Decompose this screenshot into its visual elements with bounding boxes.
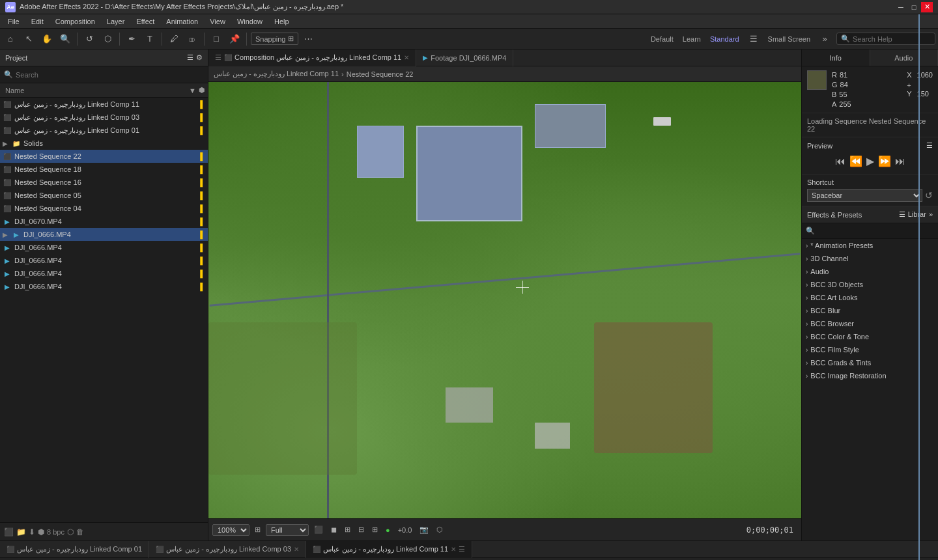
effects-menu[interactable]: ☰ <box>899 210 905 219</box>
workspace-default[interactable]: Default <box>648 35 676 43</box>
project-item[interactable]: ▶ DJI_0666.MP4 ▌ <box>0 280 208 293</box>
effects-category[interactable]: › BCC Image Restoration <box>802 369 938 382</box>
effects-category[interactable]: › Audio <box>802 265 938 278</box>
workspace-learn[interactable]: Learn <box>680 35 704 43</box>
color-settings-icon[interactable]: ⬡ <box>67 527 74 537</box>
import-icon[interactable]: ⬇ <box>29 527 35 537</box>
play-next-frame-btn[interactable]: ⏩ <box>878 155 891 167</box>
project-item-selected[interactable]: ⬛ Nested Sequence 22 ▌ <box>0 150 208 163</box>
project-item[interactable]: ▶ DJI_0666.MP4 ▌ <box>0 267 208 280</box>
clone-tool[interactable]: ⎄ <box>184 31 200 47</box>
effects-category[interactable]: › BCC Blur <box>802 304 938 317</box>
effects-category[interactable]: › BCC Color & Tone <box>802 330 938 343</box>
snapping-toggle[interactable]: Snapping ⊞ <box>251 33 298 45</box>
timeline-tab-3[interactable]: ⬛ رودبارچیره - زمین عباس Linked Comp 11 … <box>306 541 472 558</box>
hand-tool[interactable]: ✋ <box>39 31 55 47</box>
toggle-grid[interactable]: ⊟ <box>356 524 367 535</box>
tab-close[interactable]: ✕ <box>451 546 456 553</box>
more-workspaces[interactable]: » <box>817 31 832 47</box>
project-item[interactable]: ▶ 📁 Solids <box>0 137 208 150</box>
effects-category[interactable]: › BCC 3D Objects <box>802 278 938 291</box>
new-comp-icon[interactable]: ⬛ <box>4 527 14 537</box>
take-snapshot[interactable]: 📷 <box>417 524 431 535</box>
skip-to-start-btn[interactable]: ⏮ <box>835 156 846 167</box>
shortcut-select[interactable]: Spacebar 0 (Numpad) <box>807 189 922 202</box>
rotate-tool[interactable]: ↺ <box>81 31 97 47</box>
timeline-tab-1[interactable]: ⬛ رودبارچیره - زمین عباس Linked Comp 01 <box>0 541 149 558</box>
shape-tool[interactable]: □ <box>208 31 224 47</box>
effects-category[interactable]: › BCC Grads & Tints <box>802 356 938 369</box>
tab-menu[interactable]: ☰ <box>459 545 465 553</box>
timeline-tab-2[interactable]: ⬛ رودبارچیره - زمین عباس Linked Comp 03 … <box>149 541 306 558</box>
tab-info[interactable]: Info <box>802 49 870 66</box>
fit-width-btn[interactable]: ⊞ <box>252 524 263 535</box>
project-item[interactable]: ⬛ رودبارچیره - زمین عباس Linked Comp 01 … <box>0 124 208 137</box>
menu-file[interactable]: File <box>3 16 25 27</box>
project-item-selected[interactable]: ▶ ▶ DJI_0666.MP4 ▌ <box>0 228 208 241</box>
tab-close[interactable]: ✕ <box>294 546 299 553</box>
menu-window[interactable]: Window <box>232 16 268 27</box>
effects-category[interactable]: › 3D Channel <box>802 252 938 265</box>
menu-edit[interactable]: Edit <box>26 16 49 27</box>
expand-arrow[interactable]: ▶ <box>3 231 8 238</box>
project-item[interactable]: ⬛ Nested Sequence 05 ▌ <box>0 189 208 202</box>
project-item[interactable]: ▶ DJI_0670.MP4 ▌ <box>0 215 208 228</box>
menu-effect[interactable]: Effect <box>131 16 160 27</box>
effects-category[interactable]: › BCC Film Style <box>802 343 938 356</box>
menu-help[interactable]: Help <box>269 16 294 27</box>
project-item[interactable]: ⬛ Nested Sequence 18 ▌ <box>0 163 208 176</box>
brush-tool[interactable]: 🖊 <box>166 31 182 47</box>
text-tool[interactable]: T <box>142 31 158 47</box>
select-tool[interactable]: ↖ <box>21 31 36 47</box>
folder-arrow[interactable]: ▶ <box>3 140 8 147</box>
project-item[interactable]: ▶ DJI_0666.MP4 ▌ <box>0 254 208 267</box>
project-search-input[interactable] <box>16 71 204 79</box>
effects-category[interactable]: › * Animation Presets <box>802 239 938 252</box>
col-filter-icon[interactable]: ⬢ <box>199 86 205 94</box>
toggle-mask[interactable]: ◼ <box>328 524 339 535</box>
menu-layer[interactable]: Layer <box>102 16 130 27</box>
project-item[interactable]: ⬛ رودبارچیره - زمین عباس Linked Comp 03 … <box>0 111 208 124</box>
breadcrumb-nested[interactable]: Nested Sequence 22 <box>347 70 414 78</box>
project-item[interactable]: ⬛ Nested Sequence 04 ▌ <box>0 202 208 215</box>
workspace-standard[interactable]: Standard <box>707 35 742 43</box>
play-prev-frame-btn[interactable]: ⏪ <box>849 155 862 167</box>
camera-tool[interactable]: ⬡ <box>100 31 115 47</box>
show-snapshot[interactable]: ⬡ <box>434 524 446 535</box>
effects-category[interactable]: › BCC Art Looks <box>802 291 938 304</box>
workspace-smallscreen[interactable]: Small Screen <box>765 35 813 43</box>
close-btn[interactable]: ✕ <box>921 2 933 12</box>
shortcut-reset[interactable]: ↺ <box>925 190 933 201</box>
pen-tool[interactable]: ✒ <box>124 31 139 47</box>
snap-options[interactable]: ⋯ <box>301 31 317 47</box>
menu-animation[interactable]: Animation <box>161 16 203 27</box>
project-item[interactable]: ⬛ رودبارچیره - زمین عباس Linked Comp 11 … <box>0 98 208 111</box>
workspace-menu[interactable]: ☰ <box>746 31 761 47</box>
effects-search-input[interactable] <box>817 227 934 235</box>
minimize-btn[interactable]: ─ <box>895 2 907 12</box>
project-menu-icon[interactable]: ☰ <box>187 53 193 62</box>
project-settings-icon[interactable]: ⚙ <box>196 53 203 62</box>
project-item[interactable]: ⬛ Nested Sequence 16 ▌ <box>0 176 208 189</box>
preview-menu[interactable]: ☰ <box>926 141 933 150</box>
zoom-select[interactable]: 100% 50% 200% <box>212 524 249 536</box>
viewer-tab-comp[interactable]: ☰ ⬛ Composition رودبارچیره - زمین عباس L… <box>208 49 416 66</box>
viewer-tab-close[interactable]: ✕ <box>404 54 409 61</box>
viewer-tab-footage[interactable]: ▶ Footage DJI_0666.MP4 <box>416 49 513 66</box>
pin-tool[interactable]: 📌 <box>227 31 242 47</box>
breadcrumb-comp[interactable]: رودبارچیره - زمین عباس Linked Comp 11 <box>214 70 339 78</box>
reset-exposure[interactable]: +0.0 <box>395 525 415 535</box>
play-btn[interactable]: ▶ <box>866 155 874 167</box>
toggle-guides[interactable]: ⊞ <box>342 524 353 535</box>
dependencies-icon[interactable]: ⬢ <box>38 527 44 537</box>
toggle-rulers[interactable]: ⊞ <box>369 524 380 535</box>
effects-category[interactable]: › BCC Browser <box>802 317 938 330</box>
viewer-content[interactable] <box>208 82 801 518</box>
skip-to-end-btn[interactable]: ⏭ <box>895 156 905 167</box>
new-folder-icon[interactable]: 📁 <box>16 527 26 537</box>
zoom-tool[interactable]: 🔍 <box>57 31 73 47</box>
home-btn[interactable]: ⌂ <box>3 31 18 47</box>
menu-view[interactable]: View <box>205 16 231 27</box>
region-btn[interactable]: ⬛ <box>311 524 326 535</box>
col-sort-icon[interactable]: ▼ <box>189 87 196 94</box>
